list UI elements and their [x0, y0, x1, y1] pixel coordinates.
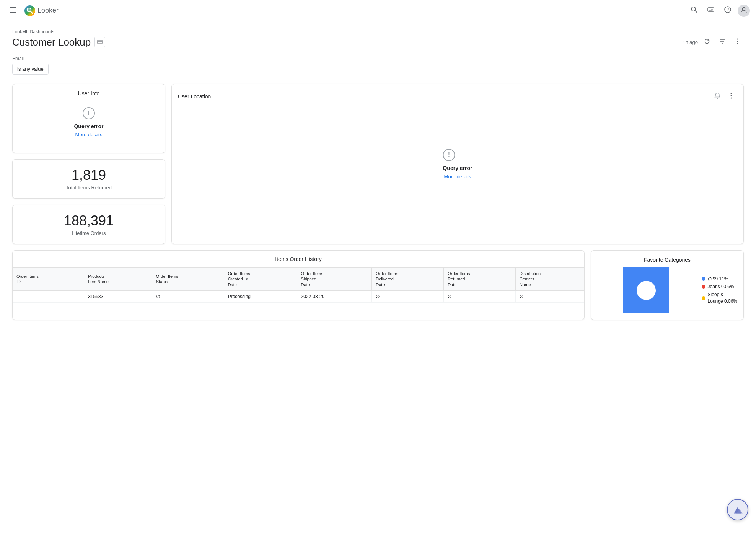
svg-line-5	[31, 11, 33, 13]
help-button[interactable]: ?	[721, 4, 735, 18]
lifetime-orders-label: Lifetime Orders	[20, 230, 157, 236]
svg-point-31	[637, 281, 656, 300]
sort-icon: ▼	[245, 277, 249, 281]
legend-dot-1	[702, 285, 705, 289]
error-icon: !	[83, 107, 95, 119]
svg-point-16	[743, 7, 745, 10]
embed-button[interactable]	[94, 37, 105, 47]
table-row: 1 315533 ∅ Processing 2022-03-20 ∅ ∅ ∅	[13, 290, 584, 302]
filter-button[interactable]	[716, 36, 728, 48]
user-info-title: User Info	[13, 84, 165, 99]
cell-status: Processing	[224, 290, 297, 302]
table-header-row: Order ItemsID ProductsItem Name Order It…	[13, 268, 584, 290]
breadcrumb: LookML Dashboards	[12, 29, 744, 34]
favorite-categories-card: Favorite Categories	[591, 250, 744, 320]
fav-categories-title: Favorite Categories	[597, 257, 737, 263]
total-items-value: 1,819	[20, 167, 157, 183]
location-more-details-link[interactable]: More details	[444, 174, 471, 179]
col-products-item-name: ProductsItem Name	[84, 268, 152, 290]
embed-icon	[97, 39, 103, 46]
nav-right: ?	[687, 4, 750, 18]
user-location-alert-button[interactable]	[711, 90, 723, 103]
logo: Looker	[24, 5, 59, 16]
user-info-more-details-link[interactable]: More details	[75, 132, 103, 137]
location-error-icon: !	[443, 149, 455, 161]
svg-point-6	[691, 7, 696, 11]
cell-row-num: 1	[13, 290, 84, 302]
col-order-items-status: Order ItemsStatus	[152, 268, 224, 290]
svg-line-7	[695, 11, 697, 13]
svg-point-23	[737, 41, 738, 42]
user-avatar-button[interactable]	[738, 5, 750, 17]
hamburger-icon	[10, 7, 16, 15]
items-order-history-card: Items Order History Order ItemsID Produc…	[12, 250, 585, 320]
cell-created-date: 2022-03-20	[297, 290, 372, 302]
help-icon: ?	[724, 6, 732, 15]
logo-icon	[24, 5, 35, 16]
user-location-more-button[interactable]	[725, 90, 737, 103]
cell-returned-date: ∅	[516, 290, 585, 302]
page-content: LookML Dashboards Customer Lookup 1h ago	[0, 21, 756, 328]
svg-rect-17	[98, 40, 102, 44]
col-distribution-centers: DistributionCentersName	[516, 268, 585, 290]
title-area: Customer Lookup	[12, 36, 105, 48]
more-vert-icon	[730, 92, 732, 101]
col-order-items-id: Order ItemsID	[13, 268, 84, 290]
order-history-table: Order ItemsID ProductsItem Name Order It…	[13, 268, 584, 303]
page-title: Customer Lookup	[12, 36, 91, 48]
legend-dot-2	[702, 296, 705, 300]
left-column: User Info ! Query error More details 1,8…	[12, 84, 165, 244]
svg-rect-11	[711, 9, 712, 10]
more-icon	[737, 38, 738, 46]
legend-item-2: Sleep &Lounge 0.06%	[702, 292, 737, 305]
query-error-label: Query error	[74, 123, 103, 129]
refresh-button[interactable]	[701, 36, 713, 48]
filter-value: is any value	[17, 66, 44, 72]
filter-bar: Email is any value	[12, 56, 744, 75]
user-location-title: User Location	[178, 93, 211, 99]
svg-point-4	[28, 9, 30, 11]
header-actions: 1h ago	[683, 36, 744, 48]
legend-item-1: Jeans 0.06%	[702, 284, 737, 289]
search-button[interactable]	[687, 4, 701, 18]
top-navigation: Looker ?	[0, 0, 756, 21]
table-title: Items Order History	[13, 251, 584, 268]
page-header: Customer Lookup 1h ago	[12, 36, 744, 48]
pie-chart-container	[597, 267, 696, 313]
fav-content: ∅ 99.11% Jeans 0.06% Sleep &Lounge 0.06%	[597, 267, 737, 313]
svg-rect-13	[709, 10, 713, 11]
svg-rect-2	[10, 12, 16, 13]
location-query-error-label: Query error	[443, 165, 472, 171]
keyboard-button[interactable]	[704, 4, 718, 18]
dashboard-grid: User Info ! Query error More details 1,8…	[12, 84, 744, 244]
svg-point-25	[731, 93, 732, 94]
legend-label-1: Jeans 0.06%	[708, 284, 734, 289]
legend-label-0: ∅ 99.11%	[708, 276, 728, 282]
bottom-grid: Items Order History Order ItemsID Produc…	[12, 250, 744, 320]
cell-shipped-date: ∅	[372, 290, 444, 302]
user-icon	[740, 6, 748, 15]
col-shipped-date: Order ItemsShippedDate	[297, 268, 372, 290]
legend-dot-0	[702, 277, 705, 281]
pie-chart	[623, 267, 669, 313]
search-icon	[690, 6, 698, 15]
svg-point-27	[731, 98, 732, 99]
hamburger-menu-button[interactable]	[6, 4, 20, 18]
user-info-error-section: ! Query error More details	[13, 99, 165, 145]
svg-rect-0	[10, 7, 16, 8]
email-filter-chip[interactable]: is any value	[12, 64, 49, 75]
svg-rect-8	[708, 8, 714, 11]
more-options-button[interactable]	[732, 36, 744, 48]
user-info-card: User Info ! Query error More details	[12, 84, 165, 153]
svg-text:?: ?	[727, 7, 729, 12]
svg-rect-1	[10, 10, 16, 10]
keyboard-icon	[707, 6, 715, 15]
logo-text: Looker	[37, 7, 59, 15]
last-updated: 1h ago	[683, 39, 698, 45]
col-created-date[interactable]: Order ItemsCreated ▼Date	[224, 268, 297, 290]
total-items-label: Total Items Returned	[20, 185, 157, 191]
nav-left: Looker	[6, 4, 687, 18]
bell-icon	[714, 92, 721, 101]
filter-icon	[719, 38, 726, 46]
user-location-card: User Location ! Query erro	[171, 84, 744, 244]
